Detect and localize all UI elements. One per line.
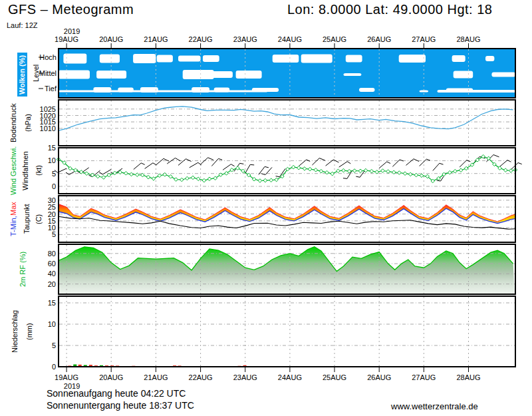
- wind-speed-label: Wind Geschwi.: [9, 148, 18, 194]
- cloud-blob: [211, 71, 233, 78]
- wind-marker: [454, 169, 458, 173]
- panel-border: [59, 100, 515, 146]
- panel-border: [59, 296, 515, 367]
- wind-marker: [303, 167, 307, 171]
- date-label: 27AUG: [412, 373, 436, 381]
- humidity-panel: 20406080: [48, 244, 515, 294]
- tick-label: 15: [48, 144, 56, 152]
- wind-marker: [297, 166, 301, 170]
- cloud-blob: [59, 71, 90, 79]
- wind-barb: [276, 168, 286, 176]
- wind-barb: [379, 162, 390, 168]
- wind-barb: [178, 159, 192, 166]
- date-label: 19AUG: [55, 373, 78, 381]
- tick-label: 80: [48, 250, 56, 258]
- wind-unit-label: (kt): [35, 148, 43, 194]
- tick-label: 5: [52, 341, 56, 349]
- wind-marker: [124, 172, 128, 176]
- date-label: 25AUG: [323, 373, 346, 381]
- precip-unit-label: (mm): [25, 296, 34, 367]
- wind-marker: [146, 175, 150, 179]
- wind-marker: [408, 172, 412, 176]
- tick-label: 30: [48, 196, 56, 204]
- wind-barb: [55, 168, 66, 172]
- date-label: 28AUG: [456, 35, 480, 43]
- meteogram-chart: 201919AUG20AUG21AUG22AUG23AUG24AUG25AUG2…: [0, 0, 532, 416]
- tick-label: 15: [48, 299, 56, 307]
- cloud-blob: [359, 88, 375, 92]
- top-axis: 201919AUG20AUG21AUG22AUG23AUG24AUG25AUG2…: [55, 27, 480, 48]
- bottom-axis: 19AUG20AUG21AUG22AUG23AUG24AUG25AUG26AUG…: [55, 367, 480, 390]
- wind-marker: [503, 168, 507, 172]
- wind-marker: [186, 176, 190, 180]
- cloud-blob: [183, 70, 214, 79]
- wind-marker: [191, 176, 195, 180]
- wind-marker: [414, 173, 418, 177]
- wind-marker: [459, 168, 463, 172]
- date-label: 23AUG: [233, 373, 257, 381]
- meteogram-page: { "header": { "title": "GFS – Meteogramm…: [0, 0, 532, 416]
- date-label: 21AUG: [144, 373, 168, 381]
- wind-marker: [152, 177, 156, 181]
- wind-marker: [358, 169, 362, 173]
- cloud-blob: [485, 56, 494, 61]
- wind-marker: [135, 173, 139, 177]
- tick-label: 60: [48, 260, 56, 268]
- cloud-blob: [452, 55, 466, 62]
- tick-label: 5: [52, 170, 56, 178]
- wind-barb: [156, 158, 169, 165]
- date-label: 26AUG: [367, 373, 391, 381]
- cloud-blob: [100, 55, 120, 63]
- meteogram-svg: 201919AUG20AUG21AUG22AUG23AUG24AUG25AUG2…: [0, 0, 532, 416]
- pressure-line: [59, 106, 513, 130]
- tick-label: 25: [48, 203, 56, 211]
- wind-marker: [85, 172, 89, 176]
- sunrise-text: Sonnenaufgang heute 04:22 UTC: [47, 388, 186, 399]
- wind-marker: [158, 174, 162, 178]
- wind-marker: [96, 174, 100, 178]
- cloud-blob: [491, 73, 515, 77]
- date-label: 24AUG: [278, 373, 302, 381]
- date-label: 25AUG: [323, 35, 346, 43]
- cloud-blob: [178, 56, 201, 62]
- wind-barb: [500, 160, 511, 167]
- wind-barb: [190, 162, 201, 168]
- wind-marker: [420, 174, 424, 178]
- wind-marker: [403, 172, 407, 176]
- cloud-blob: [214, 88, 230, 93]
- tick-label: 0: [52, 182, 56, 190]
- sunset-text: Sonnenuntergang heute 18:37 UTC: [47, 400, 194, 411]
- precip-panel-label: Niederschlag: [11, 296, 19, 367]
- wind-marker: [180, 178, 184, 182]
- wind-marker: [308, 167, 312, 171]
- cloud-panel: HochMittelTief: [39, 49, 515, 98]
- date-label: 22AUG: [189, 373, 213, 381]
- wind-barb: [312, 158, 325, 165]
- wind-marker: [352, 169, 356, 173]
- date-label: 20AUG: [99, 373, 123, 381]
- tick-label: 20: [48, 210, 56, 218]
- wind-marker: [370, 169, 374, 173]
- wind-marker: [225, 172, 229, 176]
- wind-marker: [336, 169, 340, 173]
- wind-marker: [386, 170, 390, 174]
- temperature-line: [59, 208, 515, 223]
- tick-label: 0: [52, 363, 56, 371]
- humidity-panel-label: 2m RF (%): [19, 244, 27, 294]
- cloud-blob: [93, 87, 111, 93]
- wind-marker: [398, 171, 402, 175]
- date-label: 28AUG: [456, 373, 480, 381]
- website-link[interactable]: www.wetterzentrale.de: [391, 401, 478, 411]
- wind-marker: [381, 169, 385, 173]
- cloud-panel-label: Wolken (%): [17, 53, 27, 97]
- pressure-unit-label: (hPa): [24, 100, 33, 146]
- wind-barb: [339, 162, 351, 167]
- wind-barb: [245, 164, 255, 173]
- wind-barb: [392, 160, 403, 166]
- wind-barb: [326, 160, 339, 166]
- cloud-blob: [203, 55, 219, 62]
- wind-marker: [319, 169, 323, 173]
- wind-marker: [464, 166, 468, 170]
- tick-label: 1025: [40, 105, 56, 113]
- wind-marker: [263, 178, 267, 182]
